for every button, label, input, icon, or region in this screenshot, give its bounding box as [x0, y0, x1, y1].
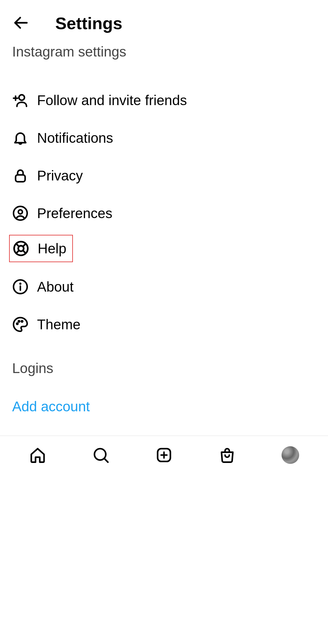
add-user-icon [12, 92, 29, 108]
add-account-link[interactable]: Add account [0, 390, 328, 423]
header: Settings [0, 0, 328, 42]
add-post-icon[interactable] [155, 446, 173, 464]
bell-icon [12, 130, 29, 146]
menu-item-help[interactable]: Help [9, 235, 73, 262]
page-title: Settings [55, 13, 122, 33]
menu-label: Preferences [37, 205, 112, 221]
palette-icon [12, 316, 29, 333]
back-arrow-icon[interactable] [12, 14, 30, 33]
section-label-logins: Logins [0, 346, 328, 382]
svg-line-20 [104, 458, 108, 462]
menu-label: About [37, 279, 73, 295]
svg-line-11 [16, 250, 19, 253]
menu-item-privacy[interactable]: Privacy [0, 159, 328, 192]
svg-point-17 [18, 321, 20, 322]
menu-item-follow-invite[interactable]: Follow and invite friends [0, 84, 328, 116]
lifebuoy-icon [13, 240, 29, 257]
menu-label: Follow and invite friends [37, 92, 187, 108]
svg-point-1 [19, 95, 25, 100]
whitespace [0, 474, 328, 644]
bottom-nav [0, 436, 328, 474]
info-icon [12, 279, 29, 295]
search-icon[interactable] [91, 446, 110, 464]
svg-point-15 [20, 283, 21, 284]
menu-label: Privacy [37, 167, 83, 184]
settings-menu: Follow and invite friends Notifications … [0, 69, 328, 341]
profile-avatar[interactable] [281, 446, 300, 464]
menu-item-preferences[interactable]: Preferences [0, 197, 328, 229]
svg-point-18 [21, 321, 23, 322]
shop-icon[interactable] [218, 446, 237, 464]
svg-point-6 [18, 210, 22, 214]
user-circle-icon [12, 205, 29, 221]
svg-point-16 [17, 323, 18, 325]
svg-line-10 [23, 244, 26, 246]
menu-item-theme[interactable]: Theme [0, 308, 328, 341]
avatar-image [282, 446, 299, 464]
home-icon[interactable] [28, 446, 47, 464]
menu-item-notifications[interactable]: Notifications [0, 122, 328, 154]
menu-item-about[interactable]: About [0, 271, 328, 303]
menu-label: Notifications [37, 130, 113, 146]
svg-rect-4 [15, 175, 25, 182]
section-label-instagram: Instagram settings [0, 42, 328, 69]
svg-line-12 [23, 250, 26, 253]
lock-icon [12, 167, 29, 184]
menu-label: Help [38, 240, 67, 257]
svg-line-9 [16, 244, 19, 246]
menu-label: Theme [37, 316, 80, 333]
